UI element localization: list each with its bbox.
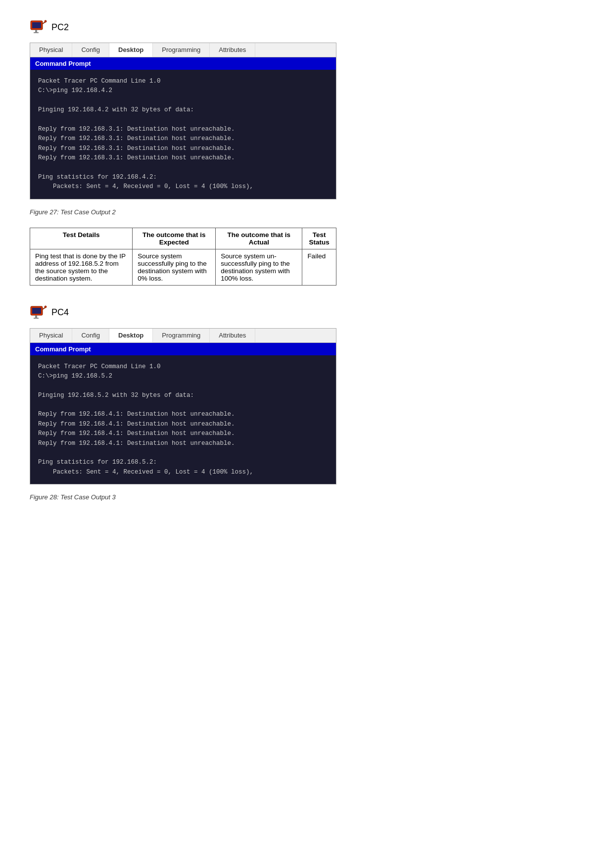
- pc4-tab-physical[interactable]: Physical: [30, 329, 72, 342]
- pc4-window: Physical Config Desktop Programming Attr…: [30, 328, 336, 485]
- pc2-label: PC2: [51, 22, 69, 33]
- col-status: Test Status: [302, 228, 336, 249]
- pc4-command-bar[interactable]: Command Prompt: [30, 343, 336, 355]
- pc2-tab-programming[interactable]: Programming: [153, 43, 210, 57]
- pc2-tab-desktop[interactable]: Desktop: [109, 43, 153, 57]
- cell-test-details: Ping test that is done by the IP address…: [30, 249, 133, 285]
- pc4-label: PC4: [51, 307, 69, 318]
- pc2-command-bar[interactable]: Command Prompt: [30, 57, 336, 70]
- table-row: Ping test that is done by the IP address…: [30, 249, 336, 285]
- pc2-section: PC2 Physical Config Desktop Programming …: [30, 20, 584, 216]
- svg-rect-9: [34, 318, 39, 319]
- pc2-header: PC2: [30, 20, 584, 35]
- cell-expected: Source system successfully ping to the d…: [133, 249, 216, 285]
- pc2-icon: [30, 20, 47, 35]
- svg-rect-3: [34, 32, 39, 33]
- svg-point-11: [45, 306, 47, 308]
- pc4-tab-programming[interactable]: Programming: [153, 329, 210, 342]
- pc2-tabs: Physical Config Desktop Programming Attr…: [30, 43, 336, 57]
- pc4-header: PC4: [30, 305, 584, 320]
- pc2-window: Physical Config Desktop Programming Attr…: [30, 43, 336, 199]
- svg-rect-7: [32, 308, 41, 314]
- pc2-terminal[interactable]: Packet Tracer PC Command Line 1.0 C:\>pi…: [30, 70, 336, 199]
- figure27-caption: Figure 27: Test Case Output 2: [30, 208, 584, 216]
- pc2-tab-config[interactable]: Config: [72, 43, 109, 57]
- pc4-tab-attributes[interactable]: Attributes: [210, 329, 255, 342]
- cell-status: Failed: [302, 249, 336, 285]
- svg-point-5: [45, 20, 47, 22]
- test-table: Test Details The outcome that is The out…: [30, 228, 336, 286]
- svg-rect-8: [35, 315, 37, 318]
- cell-actual: Source system un-successfully ping to th…: [216, 249, 302, 285]
- pc4-tab-desktop[interactable]: Desktop: [109, 329, 153, 342]
- col-expected: The outcome that is The outcome that is …: [133, 228, 216, 249]
- pc2-tab-physical[interactable]: Physical: [30, 43, 72, 57]
- col-actual: The outcome that is Actual: [216, 228, 302, 249]
- pc4-tabs: Physical Config Desktop Programming Attr…: [30, 329, 336, 343]
- col-test-details: Test Details: [30, 228, 133, 249]
- pc4-terminal[interactable]: Packet Tracer PC Command Line 1.0 C:\>pi…: [30, 355, 336, 484]
- pc4-section: PC4 Physical Config Desktop Programming …: [30, 305, 584, 501]
- figure28-caption: Figure 28: Test Case Output 3: [30, 493, 584, 501]
- pc4-icon: [30, 305, 47, 320]
- pc2-tab-attributes[interactable]: Attributes: [210, 43, 255, 57]
- svg-rect-1: [32, 22, 41, 28]
- pc4-tab-config[interactable]: Config: [72, 329, 109, 342]
- svg-rect-2: [35, 30, 37, 32]
